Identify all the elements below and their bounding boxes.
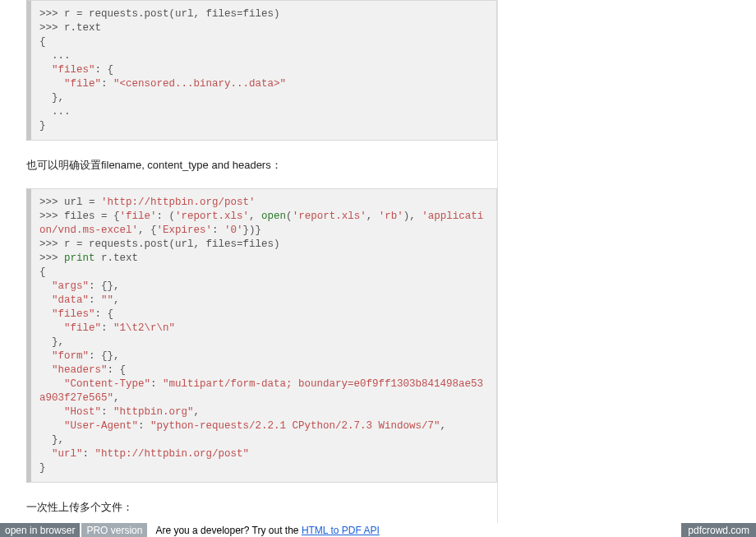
open-in-browser-button[interactable]: open in browser [0,523,80,537]
html-to-pdf-link[interactable]: HTML to PDF API [302,525,380,536]
footer-bar: open in browser PRO version Are you a de… [0,523,756,537]
main-content: >>> r = requests.post(url, files=files) … [0,0,497,523]
code-block-2: >>> url = 'http://httpbin.org/post' >>> … [26,188,497,483]
code-block-1: >>> r = requests.post(url, files=files) … [26,0,497,141]
pro-version-button[interactable]: PRO version [81,523,147,537]
sidebar [497,0,756,523]
pdfcrowd-link[interactable]: pdfcrowd.com [681,523,756,537]
paragraph-1: 也可以明确设置filename, content_type and header… [26,157,497,174]
footer-dev-text: Are you a developer? Try out the HTML to… [155,525,379,536]
paragraph-2: 一次性上传多个文件： [26,499,497,516]
